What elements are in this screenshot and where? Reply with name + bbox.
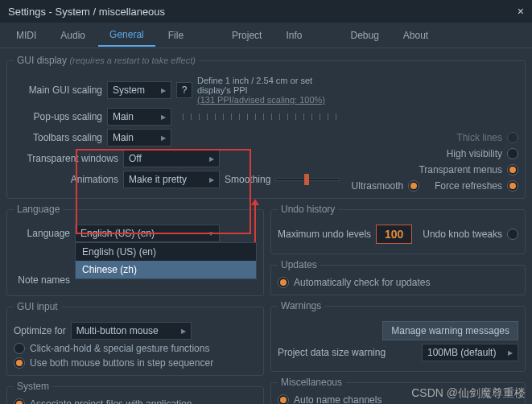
miscellaneous-legend: Miscellaneous: [278, 377, 345, 388]
language-select[interactable]: English (US) (en)▼: [75, 225, 220, 242]
toolbars-scaling-label: Toolbars scaling: [14, 132, 102, 143]
gui-display-group: GUI display (requires a restart to take …: [6, 55, 526, 199]
updates-group: Updates Automatically check for updates: [270, 259, 526, 295]
optimize-for-label: Optimize for: [14, 325, 66, 336]
chevron-down-icon: ▶: [508, 349, 513, 357]
animations-label: Animations: [14, 174, 118, 185]
tab-file[interactable]: File: [157, 25, 195, 46]
auto-updates-radio[interactable]: [278, 277, 289, 288]
chevron-down-icon: ▶: [161, 113, 166, 121]
system-group: System Associate project files with appl…: [6, 381, 264, 404]
auto-name-channels-radio[interactable]: [278, 394, 289, 404]
popups-scaling-select[interactable]: Main▶: [107, 108, 171, 126]
language-group: Language Language English (US) (en)▼ Eng…: [6, 204, 264, 296]
updates-legend: Updates: [278, 259, 320, 270]
slider-thumb[interactable]: [304, 174, 309, 185]
language-option-zh[interactable]: Chinese (zh): [76, 261, 256, 278]
transparent-menus-radio[interactable]: [507, 164, 518, 175]
associate-files-radio[interactable]: [14, 398, 25, 404]
data-size-warning-select[interactable]: 100MB (default)▶: [422, 344, 518, 361]
both-buttons-label: Use both mouse buttons in step sequencer: [30, 357, 213, 369]
both-buttons-radio[interactable]: [14, 357, 25, 369]
language-legend: Language: [14, 204, 63, 215]
auto-updates-label: Automatically check for updates: [294, 277, 430, 288]
undo-history-legend: Undo history: [278, 204, 338, 215]
main-scaling-label: Main GUI scaling: [14, 85, 102, 96]
language-option-en[interactable]: English (US) (en): [76, 243, 256, 261]
tab-general[interactable]: General: [98, 24, 155, 47]
manage-warnings-button[interactable]: Manage warning messages: [382, 321, 518, 340]
tab-bar: MIDI Audio General File Project Info Deb…: [0, 23, 532, 48]
tab-info[interactable]: Info: [274, 25, 313, 46]
language-label: Language: [14, 228, 70, 239]
click-hold-radio[interactable]: [14, 343, 25, 354]
chevron-down-icon: ▼: [208, 230, 214, 237]
max-undo-value[interactable]: 100: [376, 225, 412, 244]
undo-knob-label: Undo knob tweaks: [423, 229, 502, 240]
system-legend: System: [14, 381, 52, 392]
gui-input-legend: GUI input: [14, 301, 61, 312]
thick-lines-label: Thick lines: [456, 132, 502, 143]
ultrasmooth-label: Ultrasmooth: [352, 180, 404, 192]
smoothing-slider[interactable]: [275, 178, 340, 181]
tab-debug[interactable]: Debug: [339, 25, 390, 46]
high-visibility-radio[interactable]: [507, 148, 518, 159]
chevron-down-icon: ▶: [209, 155, 214, 163]
gui-input-group: GUI input Optimize for Multi-button mous…: [6, 301, 264, 376]
help-button[interactable]: ?: [176, 82, 192, 98]
thick-lines-radio[interactable]: [507, 132, 518, 143]
force-refreshes-radio[interactable]: [507, 180, 518, 192]
chevron-down-icon: ▶: [161, 87, 166, 94]
scaling-ruler[interactable]: [183, 113, 340, 120]
gui-display-legend: GUI display (requires a restart to take …: [14, 55, 199, 66]
ultrasmooth-radio[interactable]: [408, 180, 419, 192]
auto-name-channels-label: Auto name channels: [294, 394, 381, 404]
main-scaling-select[interactable]: System▶: [107, 81, 171, 99]
transparent-windows-label: Transparent windows: [14, 153, 118, 164]
transparent-windows-select[interactable]: Off▶: [123, 150, 220, 167]
window-title: Settings - System / miscellaneous: [8, 6, 165, 18]
undo-knob-radio[interactable]: [507, 229, 518, 240]
miscellaneous-group: Miscellaneous Auto name channels: [270, 377, 526, 404]
associate-files-label: Associate project files with application: [30, 398, 192, 404]
popups-scaling-label: Pop-ups scaling: [14, 111, 102, 122]
data-size-warning-label: Project data size warning: [278, 347, 386, 358]
tab-project[interactable]: Project: [221, 25, 273, 46]
tab-audio[interactable]: Audio: [49, 25, 97, 46]
define-text: Define 1 inch / 2.54 cm or set display's…: [197, 76, 340, 95]
smoothing-label: Smoothing: [225, 174, 270, 185]
tab-midi[interactable]: MIDI: [5, 25, 47, 46]
warnings-group: Warnings Manage warning messages Project…: [270, 300, 526, 372]
chevron-down-icon: ▶: [209, 176, 214, 183]
transparent-menus-label: Transparent menus: [419, 164, 502, 175]
close-icon[interactable]: ×: [518, 5, 524, 18]
max-undo-label: Maximum undo levels: [278, 229, 371, 240]
tab-about[interactable]: About: [392, 25, 439, 46]
ppi-text: (131 PPI/advised scaling: 100%): [197, 95, 340, 105]
force-refreshes-label: Force refreshes: [435, 180, 502, 192]
click-hold-label: Click-and-hold & special gesture functio…: [30, 343, 209, 354]
warnings-legend: Warnings: [278, 300, 324, 311]
animations-select[interactable]: Make it pretty▶: [123, 171, 220, 188]
undo-history-group: Undo history Maximum undo levels 100 Und…: [270, 204, 526, 254]
chevron-down-icon: ▶: [181, 328, 186, 335]
high-visibility-label: High visibility: [447, 148, 502, 159]
chevron-down-icon: ▶: [161, 134, 166, 142]
note-names-label: Note names: [14, 274, 70, 286]
toolbars-scaling-select[interactable]: Main▶: [107, 129, 171, 146]
language-dropdown-list: English (US) (en) Chinese (zh): [75, 242, 257, 279]
optimize-for-select[interactable]: Multi-button mouse▶: [71, 322, 192, 340]
